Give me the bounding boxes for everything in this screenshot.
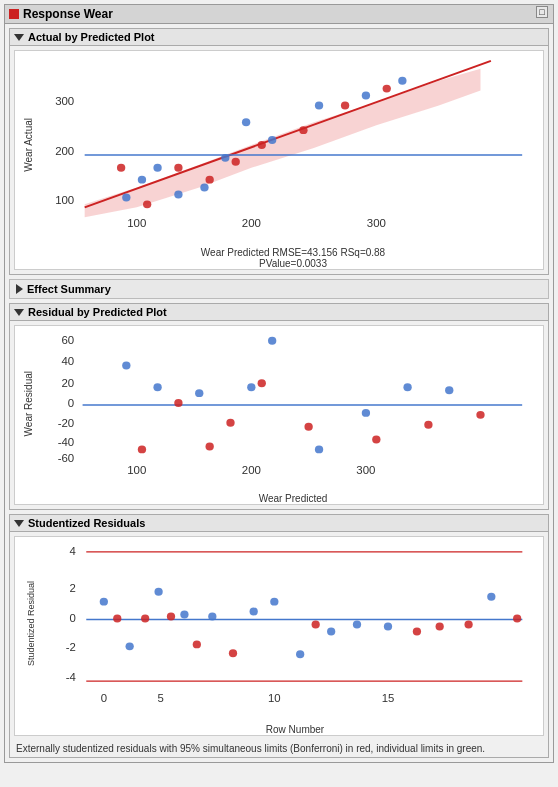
actual-by-predicted-svg: 100 200 300 100 200 300 [43,51,543,239]
svg-point-53 [206,443,214,451]
svg-text:2: 2 [70,582,76,594]
svg-text:20: 20 [62,377,75,389]
svg-point-91 [413,627,421,635]
response-wear-panel: Response Wear □ Actual by Predicted Plot… [4,4,554,763]
svg-point-58 [424,421,432,429]
svg-point-81 [327,627,335,635]
svg-text:4: 4 [70,545,76,557]
svg-point-26 [258,141,266,149]
studentized-svg: 4 2 0 -2 -4 0 5 10 15 [47,537,543,711]
svg-point-77 [208,613,216,621]
svg-point-54 [226,419,234,427]
svg-point-18 [315,101,323,109]
svg-point-15 [221,154,229,162]
svg-text:300: 300 [367,217,386,229]
actual-by-predicted-title: Actual by Predicted Plot [28,31,155,43]
svg-point-28 [341,101,349,109]
response-wear-header: Response Wear □ [5,5,553,24]
svg-point-47 [315,445,323,453]
residual-svg: 60 40 20 0 -20 -40 -60 100 200 300 [43,326,543,482]
svg-text:300: 300 [356,464,375,476]
svg-text:-60: -60 [58,453,75,465]
svg-point-55 [258,379,266,387]
effect-summary-title: Effect Summary [27,283,111,295]
svg-text:200: 200 [242,464,261,476]
svg-text:10: 10 [268,692,281,704]
effect-summary-section[interactable]: Effect Summary [9,279,549,299]
svg-text:-20: -20 [58,417,75,429]
collapse-icon [14,34,24,41]
studentized-x-label: Row Number [47,724,543,735]
svg-rect-60 [47,537,543,691]
studentized-y-label: Studentized Residual [26,581,36,666]
svg-point-49 [403,383,411,391]
svg-point-48 [362,409,370,417]
svg-text:300: 300 [55,96,74,108]
svg-point-84 [487,593,495,601]
studentized-residuals-header: Studentized Residuals [10,515,548,532]
svg-point-19 [362,92,370,100]
svg-point-10 [122,193,130,201]
svg-point-93 [464,621,472,629]
svg-text:-2: -2 [66,642,76,654]
svg-point-51 [138,445,146,453]
svg-text:0: 0 [70,612,76,624]
svg-point-82 [353,621,361,629]
svg-point-14 [200,184,208,192]
svg-text:100: 100 [55,195,74,207]
residual-by-predicted-header: Residual by Predicted Plot [10,304,548,321]
svg-point-83 [384,623,392,631]
x-axis-label: Wear Predicted RMSE=43.156 RSq=0.88 PVal… [43,247,543,269]
residual-collapse-icon [14,309,24,316]
svg-point-89 [229,649,237,657]
svg-point-24 [206,176,214,184]
svg-rect-30 [43,326,543,462]
panel-title: Response Wear [23,7,113,21]
studentized-residuals-chart: Studentized Residual 4 2 0 -2 -4 0 5 10 … [14,536,544,736]
svg-point-22 [143,200,151,208]
svg-point-52 [174,399,182,407]
svg-text:40: 40 [62,356,75,368]
residual-x-label: Wear Predicted [43,493,543,504]
svg-text:5: 5 [158,692,164,704]
svg-text:100: 100 [127,464,146,476]
svg-text:200: 200 [242,217,261,229]
svg-point-12 [153,164,161,172]
studentized-collapse-icon [14,520,24,527]
svg-point-21 [117,164,125,172]
svg-point-57 [372,436,380,444]
svg-point-88 [193,640,201,648]
svg-text:100: 100 [127,217,146,229]
studentized-residuals-title: Studentized Residuals [28,517,145,529]
svg-point-78 [250,608,258,616]
svg-point-80 [296,650,304,658]
svg-point-50 [445,386,453,394]
svg-point-20 [398,77,406,85]
svg-point-86 [141,615,149,623]
svg-text:-40: -40 [58,437,75,449]
residual-by-predicted-title: Residual by Predicted Plot [28,306,167,318]
svg-point-75 [154,588,162,596]
svg-point-17 [268,136,276,144]
svg-text:200: 200 [55,145,74,157]
svg-point-56 [304,423,312,431]
svg-point-90 [312,621,320,629]
residual-by-predicted-panel: Residual by Predicted Plot Wear Residual… [9,303,549,510]
svg-point-45 [247,383,255,391]
svg-point-92 [436,623,444,631]
svg-point-16 [242,118,250,126]
actual-by-predicted-chart: Wear Actual 100 200 300 100 200 300 [14,50,544,270]
svg-point-27 [299,126,307,134]
svg-point-43 [153,383,161,391]
svg-text:0: 0 [68,397,74,409]
svg-point-42 [122,362,130,370]
svg-point-74 [126,642,134,650]
svg-point-13 [174,191,182,199]
effect-summary-collapse-icon [16,284,23,294]
minimize-button[interactable]: □ [536,6,548,18]
svg-text:-4: -4 [66,671,76,683]
studentized-residuals-panel: Studentized Residuals Studentized Residu… [9,514,549,758]
studentized-caption: Externally studentized residuals with 95… [10,740,548,757]
svg-point-44 [195,389,203,397]
svg-point-85 [113,615,121,623]
